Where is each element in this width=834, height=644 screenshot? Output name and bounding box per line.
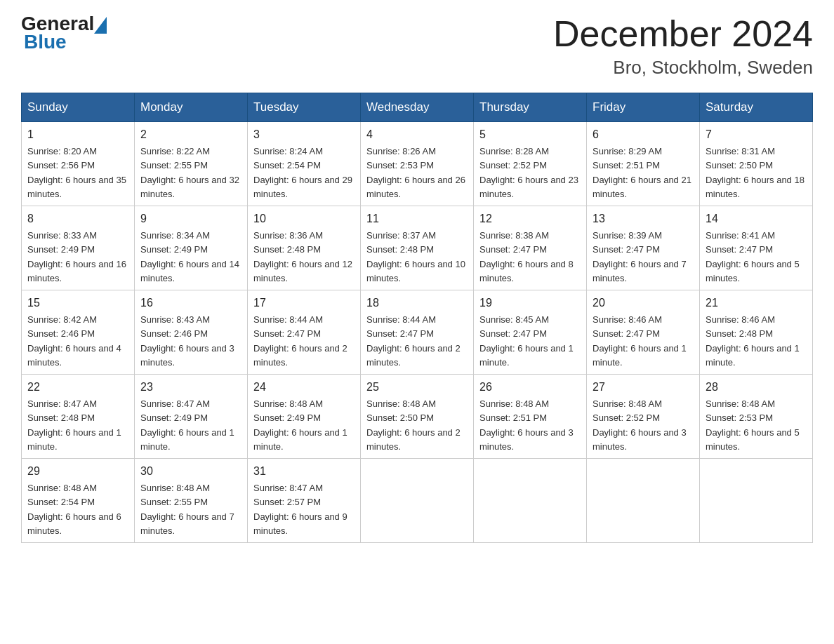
day-number: 6 bbox=[593, 126, 694, 143]
calendar-day-cell: 12Sunrise: 8:38 AMSunset: 2:47 PMDayligh… bbox=[474, 206, 587, 290]
calendar-day-cell: 14Sunrise: 8:41 AMSunset: 2:47 PMDayligh… bbox=[700, 206, 813, 290]
day-info: Sunrise: 8:48 AMSunset: 2:49 PMDaylight:… bbox=[253, 398, 348, 452]
day-info: Sunrise: 8:26 AMSunset: 2:53 PMDaylight:… bbox=[366, 146, 465, 199]
day-number: 25 bbox=[366, 379, 468, 396]
day-number: 9 bbox=[140, 210, 241, 227]
calendar-day-cell: 9Sunrise: 8:34 AMSunset: 2:49 PMDaylight… bbox=[135, 206, 248, 290]
day-info: Sunrise: 8:38 AMSunset: 2:47 PMDaylight:… bbox=[479, 230, 574, 283]
calendar-title: December 2024 bbox=[553, 14, 813, 54]
day-info: Sunrise: 8:46 AMSunset: 2:48 PMDaylight:… bbox=[706, 314, 800, 368]
calendar-day-cell bbox=[474, 459, 587, 543]
day-number: 23 bbox=[140, 379, 241, 396]
day-of-week-header: Saturday bbox=[700, 93, 813, 122]
day-number: 7 bbox=[706, 126, 807, 143]
calendar-day-cell: 21Sunrise: 8:46 AMSunset: 2:48 PMDayligh… bbox=[700, 290, 813, 375]
day-number: 1 bbox=[27, 126, 128, 143]
day-info: Sunrise: 8:47 AMSunset: 2:48 PMDaylight:… bbox=[27, 398, 121, 452]
day-number: 17 bbox=[253, 295, 355, 311]
day-info: Sunrise: 8:45 AMSunset: 2:47 PMDaylight:… bbox=[479, 314, 574, 368]
day-info: Sunrise: 8:28 AMSunset: 2:52 PMDaylight:… bbox=[479, 146, 578, 199]
calendar-day-cell: 11Sunrise: 8:37 AMSunset: 2:48 PMDayligh… bbox=[361, 206, 474, 290]
calendar-day-cell bbox=[361, 459, 474, 543]
calendar-day-cell: 24Sunrise: 8:48 AMSunset: 2:49 PMDayligh… bbox=[248, 375, 361, 459]
day-number: 27 bbox=[593, 379, 694, 396]
calendar-day-cell: 1Sunrise: 8:20 AMSunset: 2:56 PMDaylight… bbox=[22, 122, 135, 206]
calendar-day-cell: 22Sunrise: 8:47 AMSunset: 2:48 PMDayligh… bbox=[22, 375, 135, 459]
day-info: Sunrise: 8:47 AMSunset: 2:57 PMDaylight:… bbox=[253, 483, 348, 536]
day-number: 11 bbox=[366, 210, 468, 227]
calendar-day-cell: 3Sunrise: 8:24 AMSunset: 2:54 PMDaylight… bbox=[248, 122, 361, 206]
day-number: 4 bbox=[366, 126, 468, 143]
calendar-day-cell: 5Sunrise: 8:28 AMSunset: 2:52 PMDaylight… bbox=[474, 122, 587, 206]
day-info: Sunrise: 8:48 AMSunset: 2:50 PMDaylight:… bbox=[366, 398, 461, 452]
day-number: 8 bbox=[27, 210, 128, 227]
calendar-week-row: 8Sunrise: 8:33 AMSunset: 2:49 PMDaylight… bbox=[22, 206, 813, 290]
calendar-day-cell: 6Sunrise: 8:29 AMSunset: 2:51 PMDaylight… bbox=[587, 122, 700, 206]
day-number: 21 bbox=[706, 295, 807, 311]
day-number: 26 bbox=[479, 379, 581, 396]
calendar-week-row: 29Sunrise: 8:48 AMSunset: 2:54 PMDayligh… bbox=[22, 459, 813, 543]
calendar-day-cell: 28Sunrise: 8:48 AMSunset: 2:53 PMDayligh… bbox=[700, 375, 813, 459]
day-info: Sunrise: 8:44 AMSunset: 2:47 PMDaylight:… bbox=[253, 314, 348, 368]
day-number: 3 bbox=[253, 126, 355, 143]
calendar-subtitle: Bro, Stockholm, Sweden bbox=[553, 57, 813, 79]
calendar-day-cell: 2Sunrise: 8:22 AMSunset: 2:55 PMDaylight… bbox=[135, 122, 248, 206]
calendar-day-cell bbox=[700, 459, 813, 543]
calendar-day-cell: 4Sunrise: 8:26 AMSunset: 2:53 PMDaylight… bbox=[361, 122, 474, 206]
day-of-week-header: Monday bbox=[135, 93, 248, 122]
day-number: 15 bbox=[27, 295, 128, 311]
day-number: 20 bbox=[593, 295, 694, 311]
day-info: Sunrise: 8:48 AMSunset: 2:53 PMDaylight:… bbox=[706, 398, 800, 452]
day-info: Sunrise: 8:48 AMSunset: 2:54 PMDaylight:… bbox=[27, 483, 121, 536]
day-of-week-header: Friday bbox=[587, 93, 700, 122]
calendar-day-cell: 18Sunrise: 8:44 AMSunset: 2:47 PMDayligh… bbox=[361, 290, 474, 375]
calendar-day-cell: 7Sunrise: 8:31 AMSunset: 2:50 PMDaylight… bbox=[700, 122, 813, 206]
day-number: 19 bbox=[479, 295, 581, 311]
day-number: 12 bbox=[479, 210, 581, 227]
day-of-week-header: Wednesday bbox=[361, 93, 474, 122]
day-number: 16 bbox=[140, 295, 241, 311]
calendar-week-row: 15Sunrise: 8:42 AMSunset: 2:46 PMDayligh… bbox=[22, 290, 813, 375]
day-info: Sunrise: 8:48 AMSunset: 2:52 PMDaylight:… bbox=[593, 398, 687, 452]
logo-blue-text: Blue bbox=[24, 31, 67, 53]
calendar-week-row: 1Sunrise: 8:20 AMSunset: 2:56 PMDaylight… bbox=[22, 122, 813, 206]
day-number: 5 bbox=[479, 126, 581, 143]
calendar-day-cell: 13Sunrise: 8:39 AMSunset: 2:47 PMDayligh… bbox=[587, 206, 700, 290]
calendar-day-cell: 17Sunrise: 8:44 AMSunset: 2:47 PMDayligh… bbox=[248, 290, 361, 375]
calendar-header-row: SundayMondayTuesdayWednesdayThursdayFrid… bbox=[22, 93, 813, 122]
day-number: 22 bbox=[27, 379, 128, 396]
day-of-week-header: Thursday bbox=[474, 93, 587, 122]
calendar-day-cell: 30Sunrise: 8:48 AMSunset: 2:55 PMDayligh… bbox=[135, 459, 248, 543]
calendar-day-cell: 31Sunrise: 8:47 AMSunset: 2:57 PMDayligh… bbox=[248, 459, 361, 543]
calendar-day-cell: 15Sunrise: 8:42 AMSunset: 2:46 PMDayligh… bbox=[22, 290, 135, 375]
day-number: 10 bbox=[253, 210, 355, 227]
day-info: Sunrise: 8:22 AMSunset: 2:55 PMDaylight:… bbox=[140, 146, 239, 199]
day-info: Sunrise: 8:44 AMSunset: 2:47 PMDaylight:… bbox=[366, 314, 461, 368]
day-info: Sunrise: 8:39 AMSunset: 2:47 PMDaylight:… bbox=[593, 230, 687, 283]
day-info: Sunrise: 8:48 AMSunset: 2:55 PMDaylight:… bbox=[140, 483, 234, 536]
calendar-day-cell: 27Sunrise: 8:48 AMSunset: 2:52 PMDayligh… bbox=[587, 375, 700, 459]
day-info: Sunrise: 8:48 AMSunset: 2:51 PMDaylight:… bbox=[479, 398, 574, 452]
day-info: Sunrise: 8:36 AMSunset: 2:48 PMDaylight:… bbox=[253, 230, 352, 283]
calendar-day-cell: 26Sunrise: 8:48 AMSunset: 2:51 PMDayligh… bbox=[474, 375, 587, 459]
day-number: 31 bbox=[253, 463, 355, 480]
calendar-title-area: December 2024 Bro, Stockholm, Sweden bbox=[553, 14, 813, 79]
calendar-day-cell: 8Sunrise: 8:33 AMSunset: 2:49 PMDaylight… bbox=[22, 206, 135, 290]
calendar-day-cell: 10Sunrise: 8:36 AMSunset: 2:48 PMDayligh… bbox=[248, 206, 361, 290]
day-of-week-header: Sunday bbox=[22, 93, 135, 122]
day-number: 28 bbox=[706, 379, 807, 396]
day-info: Sunrise: 8:43 AMSunset: 2:46 PMDaylight:… bbox=[140, 314, 234, 368]
day-info: Sunrise: 8:31 AMSunset: 2:50 PMDaylight:… bbox=[706, 146, 805, 199]
day-number: 29 bbox=[27, 463, 128, 480]
day-number: 24 bbox=[253, 379, 355, 396]
calendar-day-cell: 19Sunrise: 8:45 AMSunset: 2:47 PMDayligh… bbox=[474, 290, 587, 375]
calendar-day-cell: 25Sunrise: 8:48 AMSunset: 2:50 PMDayligh… bbox=[361, 375, 474, 459]
day-info: Sunrise: 8:24 AMSunset: 2:54 PMDaylight:… bbox=[253, 146, 352, 199]
day-info: Sunrise: 8:34 AMSunset: 2:49 PMDaylight:… bbox=[140, 230, 239, 283]
day-number: 13 bbox=[593, 210, 694, 227]
day-number: 14 bbox=[706, 210, 807, 227]
day-number: 2 bbox=[140, 126, 241, 143]
day-info: Sunrise: 8:20 AMSunset: 2:56 PMDaylight:… bbox=[27, 146, 126, 199]
day-of-week-header: Tuesday bbox=[248, 93, 361, 122]
calendar-day-cell bbox=[587, 459, 700, 543]
